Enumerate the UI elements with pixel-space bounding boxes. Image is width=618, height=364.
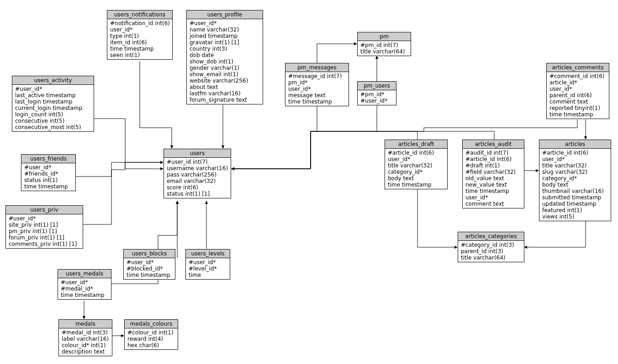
table-columns: #user_id* #blocked_id* time timestamp xyxy=(124,258,175,279)
table-columns: #message_id int(7) pm_id* user_id* messa… xyxy=(285,72,349,106)
table-articles-draft: articles_draft#article_id int(6) user_id… xyxy=(385,140,448,189)
table-articles-audit: articles_audit#audit_id int(7) #article_… xyxy=(462,140,524,208)
table-columns: #user_id int(7) username varchar(16) pas… xyxy=(164,158,231,198)
table-columns: #user_id* #friends_id* status int(1) tim… xyxy=(21,163,75,191)
table-columns: #user_id* #medal_id* time timestamp xyxy=(58,278,111,299)
table-users-notifications: users_notifications#notification_id int(… xyxy=(107,10,173,60)
table-title: users xyxy=(164,149,231,158)
table-title: users_activity xyxy=(12,76,94,85)
table-columns: #user_id* #level_id* time xyxy=(186,258,230,279)
table-users-blocks: users_blocks#user_id* #blocked_id* time … xyxy=(123,249,175,280)
table-users-priv: users_priv#user_id* site_priv int(1) [1]… xyxy=(5,205,83,249)
table-title: users_priv xyxy=(6,206,83,214)
table-title: users_notifications xyxy=(107,10,172,19)
table-title: articles_draft xyxy=(385,140,447,149)
table-columns: #category_id int(3) parent_id int(3) tit… xyxy=(458,241,524,262)
table-columns: #audit_id int(7) #article_id int(6) #dra… xyxy=(463,149,524,208)
table-users-levels: users_levels#user_id* #level_id* time xyxy=(185,249,230,280)
table-title: pm xyxy=(358,32,411,41)
table-columns: #colour_id int(1) reward int(4) hex char… xyxy=(125,328,178,349)
er-diagram: users_notifications#notification_id int(… xyxy=(0,0,618,364)
table-title: medals_colours xyxy=(125,320,178,328)
table-articles-comments: articles_comments#comment_id int(6) arti… xyxy=(546,63,609,119)
relationship-arrows xyxy=(0,0,618,364)
table-columns: #medal_id int(3) label varchar(16) colou… xyxy=(59,328,112,356)
table-title: pm_users xyxy=(358,82,396,90)
table-pm: pm#pm_id int(7) title varchar(64) xyxy=(357,32,411,56)
table-title: users_medals xyxy=(58,270,111,278)
table-pm-users: pm_users#pm_id* #user_id* xyxy=(357,81,396,105)
table-columns: #article_id int(6) user_id* title varcha… xyxy=(539,149,611,221)
table-columns: #user_id* last_active timestamp last_log… xyxy=(12,85,94,131)
table-columns: #pm_id int(7) title varchar(64) xyxy=(358,41,411,56)
table-title: articles_categories xyxy=(458,232,524,241)
table-users-friends: users_friends#user_id* #friends_id* stat… xyxy=(21,154,76,191)
table-medals: medals#medal_id int(3) label varchar(16)… xyxy=(58,319,112,356)
table-columns: #comment_id int(6) article_id* user_id* … xyxy=(547,72,609,119)
table-medals-colours: medals_colours#colour_id int(1) reward i… xyxy=(124,319,178,350)
table-title: pm_messages xyxy=(285,63,349,72)
table-title: articles xyxy=(539,140,611,149)
table-title: users_levels xyxy=(186,250,230,258)
table-users: users#user_id int(7) username varchar(16… xyxy=(164,149,231,198)
table-title: users_profile xyxy=(187,10,263,19)
table-articles: articles#article_id int(6) user_id* titl… xyxy=(539,140,611,221)
table-users-activity: users_activity#user_id* last_active time… xyxy=(12,76,94,132)
table-articles-categories: articles_categories#category_id int(3) p… xyxy=(458,232,524,262)
table-users-medals: users_medals#user_id* #medal_id* time ti… xyxy=(58,269,111,300)
table-title: medals xyxy=(59,320,112,328)
table-columns: #pm_id* #user_id* xyxy=(358,90,396,105)
table-users-profile: users_profile#user_id* name varchar(32) … xyxy=(186,10,263,104)
table-title: articles_comments xyxy=(547,63,609,72)
table-columns: #article_id int(6) user_id* title varcha… xyxy=(385,149,447,189)
table-title: articles_audit xyxy=(463,140,524,149)
table-columns: #notification_id int(6) user_id* type in… xyxy=(107,19,172,59)
table-pm-messages: pm_messages#message_id int(7) pm_id* use… xyxy=(285,63,349,106)
table-title: users_blocks xyxy=(124,250,175,258)
table-title: users_friends xyxy=(21,155,75,163)
table-columns: #user_id* name varchar(32) joined timest… xyxy=(187,19,263,104)
table-columns: #user_id* site_priv int(1) [1] pm_priv i… xyxy=(6,214,83,248)
